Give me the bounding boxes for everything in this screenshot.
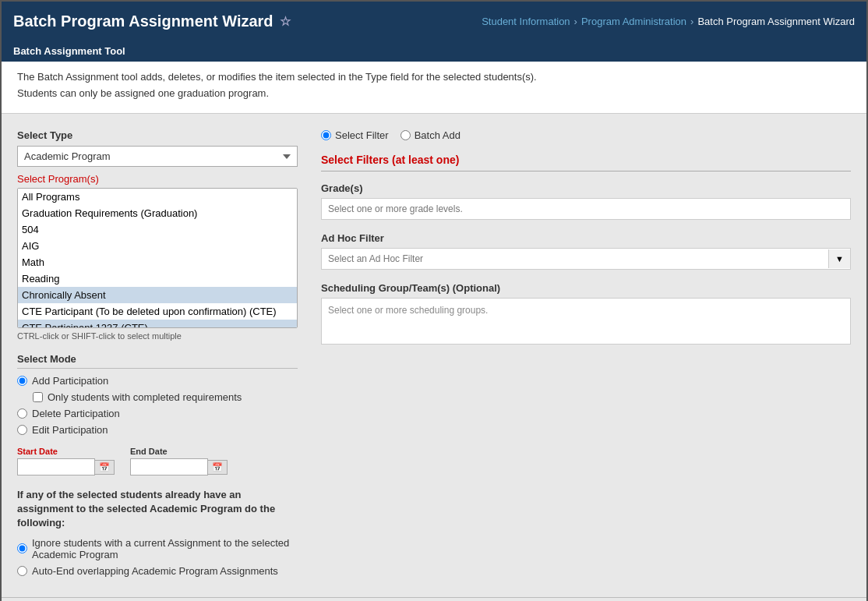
conflict-auto-end-row: Auto-End overlapping Academic Program As…	[17, 565, 298, 577]
end-date-label: End Date	[130, 447, 228, 456]
page-header: Batch Program Assignment Wizard ☆ Studen…	[2, 2, 866, 41]
grade-label: Grade(s)	[321, 182, 851, 194]
mode-add-row: Add Participation	[17, 375, 298, 387]
adhoc-dropdown-btn[interactable]: ▼	[828, 249, 850, 268]
completed-req-label[interactable]: Only students with completed requirement…	[48, 391, 242, 403]
program-option-graduation[interactable]: Graduation Requirements (Graduation)	[18, 205, 297, 221]
select-programs-link[interactable]: Select Program(s)	[17, 173, 298, 185]
conflict-ignore-row: Ignore students with a current Assignmen…	[17, 537, 298, 560]
breadcrumb-sep-1: ›	[574, 16, 577, 27]
info-section: The Batch Assignment tool adds, deletes,…	[2, 62, 866, 114]
breadcrumb: Student Information › Program Administra…	[482, 16, 855, 27]
adhoc-group: Ad Hoc Filter ▼	[321, 232, 851, 270]
program-option-reading[interactable]: Reading	[18, 270, 297, 287]
page-title: Batch Program Assignment Wizard ☆	[13, 12, 291, 30]
scheduling-input[interactable]: Select one or more scheduling groups.	[321, 298, 851, 345]
conflict-section: If any of the selected students already …	[17, 488, 298, 577]
grade-input[interactable]	[321, 198, 851, 220]
program-option-cte-1237[interactable]: CTE Participant 1237 (CTE)	[18, 320, 297, 328]
end-date-input[interactable]	[130, 458, 208, 475]
ctrl-hint: CTRL-click or SHIFT-click to select mult…	[17, 331, 298, 341]
title-text: Batch Program Assignment Wizard	[13, 12, 273, 30]
program-option-504[interactable]: 504	[18, 221, 297, 238]
tool-bar-title: Batch Assignment Tool	[2, 41, 866, 62]
start-date-input[interactable]	[17, 458, 95, 475]
completed-req-row: Only students with completed requirement…	[33, 391, 298, 403]
breadcrumb-current: Batch Program Assignment Wizard	[697, 16, 855, 27]
scheduling-label: Scheduling Group/Team(s) (Optional)	[321, 282, 851, 294]
start-date-field: Start Date 📅	[17, 447, 115, 475]
favorite-icon[interactable]: ☆	[280, 14, 291, 29]
select-filter-radio[interactable]	[321, 130, 331, 140]
mode-section: Select Mode Add Participation Only stude…	[17, 353, 298, 436]
mode-delete-radio[interactable]	[17, 408, 27, 419]
batch-add-text: Batch Add	[415, 129, 460, 141]
scheduling-group: Scheduling Group/Team(s) (Optional) Sele…	[321, 282, 851, 345]
select-filter-radio-label[interactable]: Select Filter	[321, 129, 389, 141]
program-option-cte-participant[interactable]: CTE Participant (To be deleted upon conf…	[18, 303, 297, 320]
end-date-calendar-btn[interactable]: 📅	[208, 460, 228, 475]
date-row: Start Date 📅 End Date 📅	[17, 447, 298, 475]
program-list[interactable]: All Programs Graduation Requirements (Gr…	[17, 188, 298, 328]
mode-add-radio[interactable]	[17, 376, 27, 386]
date-section: Start Date 📅 End Date 📅	[17, 447, 298, 475]
filter-radio-row: Select Filter Batch Add	[321, 129, 851, 141]
end-date-wrap: 📅	[130, 458, 228, 475]
adhoc-wrap: ▼	[321, 248, 851, 270]
scheduling-placeholder: Select one or more scheduling groups.	[328, 305, 488, 316]
program-option-aig[interactable]: AIG	[18, 238, 297, 254]
adhoc-label: Ad Hoc Filter	[321, 232, 851, 244]
breadcrumb-sep-2: ›	[690, 16, 693, 27]
conflict-auto-end-radio[interactable]	[17, 566, 27, 576]
program-option-math[interactable]: Math	[18, 254, 297, 270]
mode-add-label[interactable]: Add Participation	[32, 375, 108, 387]
batch-add-radio[interactable]	[400, 130, 411, 140]
main-content: Select Type Academic Program Select Prog…	[2, 114, 866, 597]
conflict-text: If any of the selected students already …	[17, 488, 298, 531]
select-filter-text: Select Filter	[335, 129, 389, 141]
breadcrumb-item-2[interactable]: Program Administration	[581, 16, 686, 27]
filter-section-title: Select Filters (at least one)	[321, 154, 851, 171]
grade-group: Grade(s)	[321, 182, 851, 220]
batch-add-radio-label[interactable]: Batch Add	[400, 129, 460, 141]
left-panel: Select Type Academic Program Select Prog…	[17, 129, 298, 582]
select-type-label: Select Type	[17, 129, 298, 141]
end-date-field: End Date 📅	[130, 447, 228, 475]
info-line-2: Students can only be assigned one gradua…	[17, 87, 851, 99]
conflict-ignore-radio[interactable]	[17, 543, 27, 553]
breadcrumb-item-1[interactable]: Student Information	[482, 16, 570, 27]
mode-edit-radio[interactable]	[17, 425, 27, 435]
program-option-chronically-absent[interactable]: Chronically Absent	[18, 287, 297, 303]
start-date-label: Start Date	[17, 447, 115, 456]
mode-title: Select Mode	[17, 353, 298, 369]
submit-section: Submit to Batch	[2, 597, 866, 601]
start-date-wrap: 📅	[17, 458, 115, 475]
mode-edit-label[interactable]: Edit Participation	[32, 424, 108, 436]
conflict-auto-end-label[interactable]: Auto-End overlapping Academic Program As…	[32, 565, 278, 577]
right-panel: Select Filter Batch Add Select Filters (…	[321, 129, 851, 582]
info-line-1: The Batch Assignment tool adds, deletes,…	[17, 71, 851, 83]
conflict-ignore-label[interactable]: Ignore students with a current Assignmen…	[32, 537, 298, 560]
program-option-all-programs[interactable]: All Programs	[18, 189, 297, 205]
start-date-calendar-btn[interactable]: 📅	[95, 460, 115, 475]
adhoc-input[interactable]	[322, 249, 828, 269]
completed-req-checkbox[interactable]	[33, 392, 43, 402]
mode-delete-label[interactable]: Delete Participation	[32, 408, 120, 419]
mode-edit-row: Edit Participation	[17, 424, 298, 436]
mode-delete-row: Delete Participation	[17, 408, 298, 419]
type-dropdown[interactable]: Academic Program	[17, 146, 298, 167]
